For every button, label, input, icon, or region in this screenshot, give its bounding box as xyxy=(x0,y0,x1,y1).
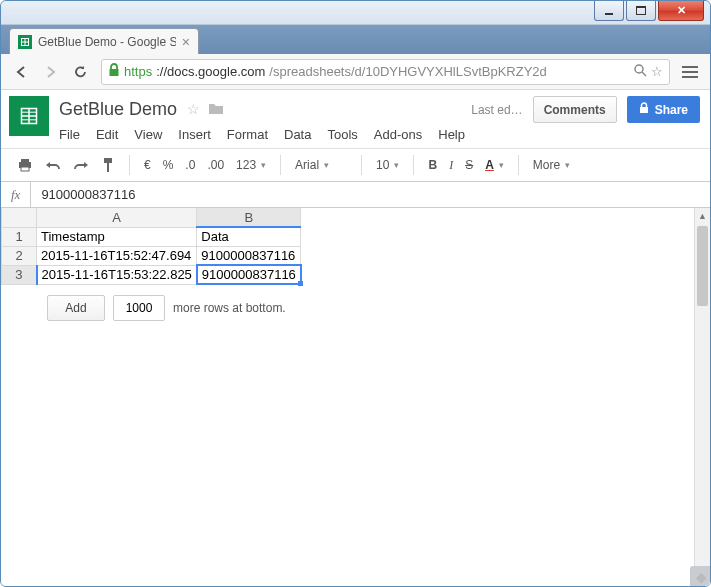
menu-edit[interactable]: Edit xyxy=(96,127,118,142)
add-rows-count-input[interactable] xyxy=(113,295,165,321)
menu-insert[interactable]: Insert xyxy=(178,127,211,142)
folder-icon[interactable] xyxy=(208,101,224,118)
explore-button[interactable]: ◆ xyxy=(690,566,711,587)
menu-bar: File Edit View Insert Format Data Tools … xyxy=(59,123,700,148)
browser-tab-close-icon[interactable]: × xyxy=(182,35,190,49)
row-header-2[interactable]: 2 xyxy=(2,246,37,265)
format-percent-button[interactable]: % xyxy=(159,156,178,174)
browser-tab[interactable]: GetBlue Demo - Google S × xyxy=(9,28,199,54)
cell[interactable]: Timestamp xyxy=(37,227,197,246)
sheets-favicon xyxy=(18,35,32,49)
row-header-3[interactable]: 3 xyxy=(2,265,37,284)
back-button[interactable] xyxy=(11,62,31,82)
add-rows-button[interactable]: Add xyxy=(47,295,105,321)
formula-bar: fx 9100000837116 xyxy=(1,182,710,208)
menu-format[interactable]: Format xyxy=(227,127,268,142)
spreadsheet-grid[interactable]: A B 1 Timestamp Data 2 2015-11-16T15:52:… xyxy=(1,208,302,285)
window-titlebar: ✕ xyxy=(1,1,710,25)
share-button-label: Share xyxy=(655,103,688,117)
menu-file[interactable]: File xyxy=(59,127,80,142)
scrollbar-thumb[interactable] xyxy=(697,226,708,306)
strikethrough-button[interactable]: S xyxy=(461,156,477,174)
row-header-1[interactable]: 1 xyxy=(2,227,37,246)
formula-input[interactable]: 9100000837116 xyxy=(41,187,700,202)
number-format-dropdown[interactable]: 123 xyxy=(232,156,270,174)
svg-rect-21 xyxy=(107,163,109,172)
cell[interactable]: Data xyxy=(197,227,301,246)
svg-rect-18 xyxy=(21,159,29,162)
forward-button[interactable] xyxy=(41,62,61,82)
paint-format-icon[interactable] xyxy=(97,155,119,175)
menu-data[interactable]: Data xyxy=(284,127,311,142)
bookmark-star-icon[interactable]: ☆ xyxy=(651,64,663,79)
bold-button[interactable]: B xyxy=(424,156,441,174)
reload-button[interactable] xyxy=(71,62,91,82)
cell[interactable]: 2015-11-16T15:52:47.694 xyxy=(37,246,197,265)
grid-area: A B 1 Timestamp Data 2 2015-11-16T15:52:… xyxy=(1,208,710,587)
add-rows-bar: Add more rows at bottom. xyxy=(1,285,694,321)
table-row: 3 2015-11-16T15:53:22.825 9100000837116 xyxy=(2,265,301,284)
star-icon[interactable]: ☆ xyxy=(187,101,200,118)
browser-tab-title: GetBlue Demo - Google S xyxy=(38,35,176,49)
search-icon[interactable] xyxy=(633,63,647,80)
url-bar[interactable]: https ://docs.google.com /spreadsheets/d… xyxy=(101,59,670,85)
sheets-logo[interactable] xyxy=(9,96,49,136)
last-edit-label[interactable]: Last ed… xyxy=(471,103,522,117)
svg-line-9 xyxy=(642,72,646,76)
url-scheme: https xyxy=(124,64,152,79)
column-header-b[interactable]: B xyxy=(197,208,301,227)
svg-rect-0 xyxy=(605,13,613,15)
add-rows-suffix: more rows at bottom. xyxy=(173,301,286,315)
browser-nav-bar: https ://docs.google.com /spreadsheets/d… xyxy=(1,54,710,90)
browser-tab-strip: GetBlue Demo - Google S × xyxy=(1,25,710,54)
menu-addons[interactable]: Add-ons xyxy=(374,127,422,142)
format-currency-button[interactable]: € xyxy=(140,156,155,174)
cell[interactable]: 9100000837116 xyxy=(197,246,301,265)
fx-icon[interactable]: fx xyxy=(11,187,20,203)
table-row: 2 2015-11-16T15:52:47.694 9100000837116 xyxy=(2,246,301,265)
text-color-button[interactable]: A xyxy=(481,156,508,174)
vertical-scrollbar[interactable]: ▲ ▼ xyxy=(694,208,710,587)
active-cell[interactable]: 9100000837116 xyxy=(197,265,301,284)
more-toolbar-button[interactable]: More xyxy=(529,156,574,174)
svg-rect-16 xyxy=(640,107,648,113)
menu-tools[interactable]: Tools xyxy=(327,127,357,142)
menu-help[interactable]: Help xyxy=(438,127,465,142)
italic-button[interactable]: I xyxy=(445,156,457,175)
select-all-corner[interactable] xyxy=(2,208,37,227)
undo-icon[interactable] xyxy=(41,157,65,173)
menu-view[interactable]: View xyxy=(134,127,162,142)
font-family-dropdown[interactable]: Arial xyxy=(291,156,351,174)
url-host: ://docs.google.com xyxy=(156,64,265,79)
decrease-decimal-button[interactable]: .0 xyxy=(181,156,199,174)
svg-rect-7 xyxy=(110,69,119,76)
svg-rect-19 xyxy=(21,167,29,171)
svg-rect-20 xyxy=(104,158,112,163)
window-minimize-button[interactable] xyxy=(594,1,624,21)
increase-decimal-button[interactable]: .00 xyxy=(203,156,228,174)
window-close-button[interactable]: ✕ xyxy=(658,1,704,21)
column-header-a[interactable]: A xyxy=(37,208,197,227)
print-icon[interactable] xyxy=(13,156,37,174)
url-path: /spreadsheets/d/10DYHGVYXHlLSvtBpKRZY2d xyxy=(269,64,546,79)
comments-button[interactable]: Comments xyxy=(533,96,617,123)
cell[interactable]: 2015-11-16T15:53:22.825 xyxy=(37,265,197,284)
doc-title[interactable]: GetBlue Demo xyxy=(59,99,177,120)
doc-header: GetBlue Demo ☆ Last ed… Comments Share F… xyxy=(1,90,710,148)
svg-rect-2 xyxy=(636,6,646,8)
toolbar: € % .0 .00 123 Arial 10 B I S A More xyxy=(1,148,710,182)
font-size-dropdown[interactable]: 10 xyxy=(372,156,403,174)
lock-icon xyxy=(108,63,120,80)
share-button[interactable]: Share xyxy=(627,96,700,123)
window-maximize-button[interactable] xyxy=(626,1,656,21)
browser-menu-button[interactable] xyxy=(680,62,700,82)
lock-icon xyxy=(639,102,649,117)
scroll-up-icon[interactable]: ▲ xyxy=(695,208,710,224)
svg-point-8 xyxy=(635,65,643,73)
redo-icon[interactable] xyxy=(69,157,93,173)
table-row: 1 Timestamp Data xyxy=(2,227,301,246)
